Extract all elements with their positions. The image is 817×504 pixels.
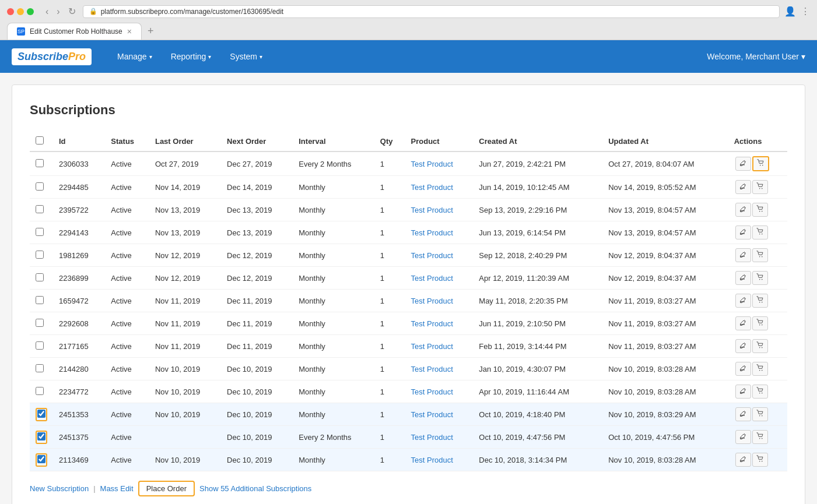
place-order-action-button[interactable] — [752, 294, 768, 308]
product-link[interactable]: Test Product — [411, 319, 453, 328]
select-all-checkbox[interactable] — [36, 136, 44, 144]
row-select-checkbox[interactable] — [36, 296, 44, 304]
row-select-checkbox[interactable] — [36, 341, 44, 350]
product-link[interactable]: Test Product — [411, 410, 453, 419]
row-select-checkbox[interactable] — [36, 205, 44, 213]
new-tab-button[interactable]: + — [143, 23, 159, 40]
minimize-button[interactable] — [17, 8, 24, 15]
cell-interval: Monthly — [293, 221, 374, 244]
row-select-checkbox[interactable] — [36, 273, 44, 281]
nav-reporting[interactable]: Reporting ▾ — [163, 48, 220, 65]
mass-edit-link[interactable]: Mass Edit — [100, 484, 134, 493]
edit-action-button[interactable] — [735, 225, 751, 239]
product-link[interactable]: Test Product — [411, 228, 453, 237]
edit-action-button[interactable] — [735, 248, 751, 262]
nav-manage[interactable]: Manage ▾ — [109, 48, 160, 65]
row-select-checkbox[interactable] — [36, 159, 44, 167]
place-order-action-button[interactable] — [752, 362, 768, 376]
edit-action-button[interactable] — [735, 385, 751, 399]
row-select-checkbox[interactable] — [36, 182, 44, 191]
back-nav-button[interactable]: ‹ — [43, 5, 51, 18]
edit-action-button[interactable] — [735, 407, 751, 421]
forward-nav-button[interactable]: › — [54, 5, 62, 18]
edit-action-button[interactable] — [735, 180, 751, 194]
place-order-action-button[interactable] — [752, 316, 768, 330]
user-menu[interactable]: Welcome, Merchant User ▾ — [707, 52, 805, 61]
cell-created-at: Jun 11, 2019, 2:10:50 PM — [473, 312, 602, 335]
cell-product: Test Product — [405, 335, 474, 358]
svg-rect-9 — [740, 233, 745, 234]
cell-created-at: Sep 13, 2019, 2:29:16 PM — [473, 199, 602, 221]
place-order-button[interactable]: Place Order — [138, 481, 195, 496]
edit-action-button[interactable] — [735, 203, 751, 217]
active-tab[interactable]: SP Edit Customer Rob Holthause × — [7, 23, 142, 40]
place-order-action-button[interactable] — [752, 453, 768, 467]
product-link[interactable]: Test Product — [411, 274, 453, 283]
product-link[interactable]: Test Product — [411, 387, 453, 396]
edit-action-button[interactable] — [735, 271, 751, 285]
maximize-button[interactable] — [27, 8, 34, 15]
product-link[interactable]: Test Product — [411, 365, 453, 373]
svg-point-19 — [759, 302, 760, 303]
row-select-checkbox[interactable] — [36, 364, 44, 372]
cell-last_order: Nov 13, 2019 — [149, 221, 221, 244]
close-button[interactable] — [7, 8, 14, 15]
edit-action-button[interactable] — [735, 157, 751, 171]
product-link[interactable]: Test Product — [411, 433, 453, 442]
product-link[interactable]: Test Product — [411, 297, 453, 305]
address-bar[interactable]: 🔒 platform.subscribepro.com/manage/custo… — [83, 5, 780, 18]
col-next-order: Next Order — [221, 132, 293, 151]
row-select-checkbox[interactable] — [36, 228, 44, 236]
product-link[interactable]: Test Product — [411, 456, 453, 464]
edit-action-button[interactable] — [735, 316, 751, 330]
cell-last_order: Nov 12, 2019 — [149, 267, 221, 290]
place-order-action-button[interactable] — [752, 385, 768, 399]
row-checkbox-cell — [30, 312, 53, 335]
cell-created-at: Sep 12, 2018, 2:40:29 PM — [473, 244, 602, 267]
row-select-checkbox[interactable] — [37, 410, 45, 418]
place-order-action-button[interactable] — [752, 339, 768, 353]
place-order-action-button[interactable] — [752, 225, 768, 239]
edit-action-button[interactable] — [735, 453, 751, 467]
cell-updated-at: Nov 10, 2019, 8:03:28 AM — [602, 449, 728, 471]
svg-point-31 — [759, 393, 760, 394]
row-select-checkbox[interactable] — [37, 455, 45, 463]
row-select-checkbox[interactable] — [36, 251, 44, 259]
refresh-button[interactable]: ↻ — [66, 5, 78, 18]
tab-close-button[interactable]: × — [127, 27, 132, 36]
cell-updated-at: Nov 11, 2019, 8:03:27 AM — [602, 290, 728, 312]
show-more-link[interactable]: Show 55 Additional Subscriptions — [199, 484, 311, 493]
menu-icon[interactable]: ⋮ — [801, 6, 810, 17]
place-order-action-button[interactable] — [752, 430, 768, 444]
product-link[interactable]: Test Product — [411, 342, 453, 351]
place-order-action-button[interactable] — [752, 180, 768, 194]
place-order-action-button[interactable] — [752, 271, 768, 285]
row-select-checkbox[interactable] — [36, 387, 44, 395]
edit-action-button[interactable] — [735, 430, 751, 444]
product-link[interactable]: Test Product — [411, 206, 453, 214]
place-order-action-button[interactable] — [752, 203, 768, 217]
row-select-checkbox[interactable] — [36, 319, 44, 327]
cell-qty: 1 — [374, 426, 405, 449]
svg-rect-18 — [740, 301, 745, 302]
place-order-action-button[interactable] — [752, 407, 768, 421]
app-header: SubscribePro Manage ▾ Reporting ▾ System… — [0, 40, 817, 73]
cell-updated-at: Nov 11, 2019, 8:03:27 AM — [602, 335, 728, 358]
edit-action-button[interactable] — [735, 339, 751, 353]
new-subscription-link[interactable]: New Subscription — [30, 484, 89, 493]
product-link[interactable]: Test Product — [411, 183, 453, 192]
product-link[interactable]: Test Product — [411, 251, 453, 260]
edit-action-button[interactable] — [735, 362, 751, 376]
cell-status: Active — [105, 380, 149, 403]
cell-product: Test Product — [405, 290, 474, 312]
edit-action-button[interactable] — [735, 294, 751, 308]
nav-system[interactable]: System ▾ — [222, 48, 271, 65]
row-select-checkbox[interactable] — [37, 432, 45, 440]
profile-icon[interactable]: 👤 — [784, 6, 796, 17]
place-order-action-button[interactable] — [752, 248, 768, 262]
product-link[interactable]: Test Product — [411, 160, 453, 168]
place-order-action-button[interactable] — [752, 156, 769, 171]
cell-next_order: Dec 10, 2019 — [221, 380, 293, 403]
svg-point-28 — [759, 370, 760, 371]
logo[interactable]: SubscribePro — [12, 48, 92, 65]
